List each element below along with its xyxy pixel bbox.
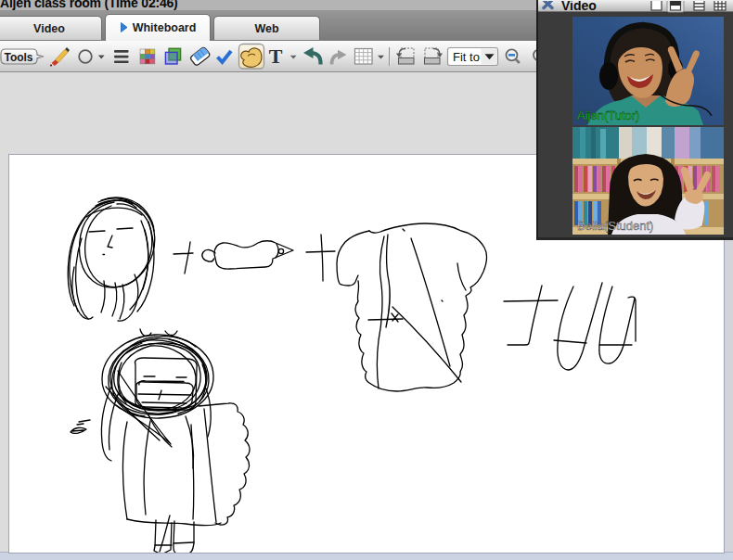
svg-text:Fit to: Fit to: [453, 50, 480, 64]
svg-text:Video: Video: [561, 1, 597, 13]
svg-text:Tools: Tools: [4, 51, 32, 64]
svg-text:T: T: [269, 45, 283, 68]
svg-text:Aijen(Tutor): Aijen(Tutor): [577, 108, 639, 122]
svg-text:Bella(Student): Bella(Student): [577, 219, 653, 233]
